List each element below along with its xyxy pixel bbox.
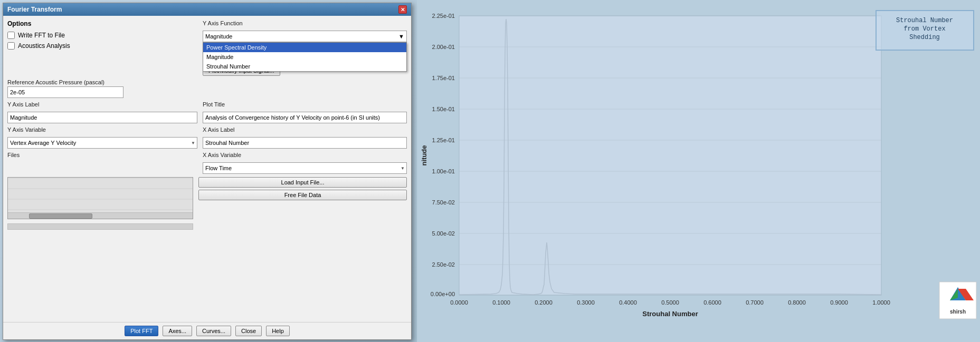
svg-text:1.00e-01: 1.00e-01 [432,168,455,174]
x-axis-label-section: X Axis Label [203,126,407,149]
y-axis-function-dropdown[interactable]: Magnitude ▼ Power Spectral Density Magni… [203,31,407,42]
axes-button[interactable]: Axes... [163,326,192,336]
y-axis-variable-select[interactable]: Vertex Average Y Velocity [7,137,197,149]
svg-text:0.7000: 0.7000 [746,299,764,306]
dialog-body: Options Write FFT to File Acoustics Anal… [3,16,411,322]
chart-svg: 2.25e-01 2.00e-01 1.75e-01 1.50e-01 1.25… [417,0,980,342]
svg-text:0.2000: 0.2000 [535,299,553,306]
svg-text:1.25e-01: 1.25e-01 [432,137,455,143]
acoustics-checkbox[interactable] [7,42,15,50]
free-file-button[interactable]: Free File Data [198,190,407,200]
file-buttons-section: Load Input File... Free File Data [198,177,407,318]
svg-text:0.5000: 0.5000 [661,299,679,306]
y-axis-function-display[interactable]: Magnitude ▼ [203,31,407,42]
files-label-section: Files [7,152,197,174]
scrollbar-thumb[interactable] [29,213,92,219]
svg-text:5.00e-02: 5.00e-02 [432,230,455,237]
write-fft-checkbox[interactable] [7,32,15,39]
options-label: Options [7,20,197,27]
variable-axis-row: Y Axis Variable Vertex Average Y Velocit… [7,126,407,149]
y-axis-option-power-spectral[interactable]: Power Spectral Density [203,43,406,52]
options-section: Options Write FFT to File Acoustics Anal… [7,20,197,76]
svg-text:2.50e-02: 2.50e-02 [432,261,455,268]
svg-text:from Vortex: from Vortex [903,25,945,33]
y-axis-label-label: Y Axis Label [7,101,197,108]
dialog-footer: Plot FFT Axes... Curves... Close Help [3,322,411,339]
svg-text:0.6000: 0.6000 [703,299,721,306]
y-axis-variable-wrapper: Vertex Average Y Velocity [7,137,197,149]
curves-button[interactable]: Curves... [196,326,231,336]
svg-text:0.4000: 0.4000 [619,299,637,306]
labels-row: Y Axis Label Plot Title [7,101,407,123]
x-axis-variable-section: X Axis Variable Flow Time [203,152,407,174]
y-axis-option-strouhal[interactable]: Strouhal Number [203,62,406,71]
svg-text:7.50e-02: 7.50e-02 [432,199,455,206]
svg-text:0.1000: 0.1000 [492,299,510,306]
svg-text:nitude: nitude [420,145,428,166]
y-axis-label-input[interactable] [7,112,197,123]
x-axis-variable-select[interactable]: Flow Time [203,162,407,174]
dialog-title: Fourier Transform [7,6,62,13]
close-window-button[interactable]: ✕ [398,5,407,14]
svg-text:1.50e-01: 1.50e-01 [432,106,455,112]
svg-rect-1 [459,16,881,295]
plot-title-label: Plot Title [203,101,407,108]
x-axis-variable-row: Files X Axis Variable Flow Time [7,152,407,174]
svg-text:shirsh: shirsh [950,309,966,315]
plot-fft-button[interactable]: Plot FFT [125,326,158,336]
dropdown-arrow-icon: ▼ [398,33,404,40]
y-axis-option-magnitude[interactable]: Magnitude [203,52,406,62]
write-fft-row: Write FFT to File [7,32,197,39]
x-axis-label-input[interactable] [203,137,407,149]
y-axis-function-section: Y Axis Function Magnitude ▼ Power Spectr… [203,20,407,76]
y-axis-variable-label: Y Axis Variable [7,126,197,133]
y-axis-function-label: Y Axis Function [203,20,407,26]
svg-text:0.0000: 0.0000 [450,299,468,306]
help-button[interactable]: Help [266,326,290,336]
fourier-transform-dialog: Fourier Transform ✕ Options Write FFT to… [3,3,412,340]
svg-text:Strouhal Number: Strouhal Number [896,17,953,24]
y-axis-label-section: Y Axis Label [7,101,197,123]
acoustics-row: Acoustics Analysis [7,42,197,50]
file-list[interactable] [7,177,193,219]
x-axis-label-label: X Axis Label [203,126,407,133]
reference-pressure-label: Reference Acoustic Pressure (pascal) [7,79,407,85]
dialog-titlebar: Fourier Transform ✕ [3,3,411,16]
close-button[interactable]: Close [235,326,262,336]
reference-pressure-section: Reference Acoustic Pressure (pascal) [7,79,407,98]
plot-title-section: Plot Title [203,101,407,123]
plot-title-input[interactable] [203,112,407,123]
write-fft-label: Write FFT to File [18,32,65,39]
svg-text:Shedding: Shedding [909,34,940,41]
y-axis-function-value: Magnitude [205,33,232,40]
horizontal-scrollbar[interactable] [8,212,193,219]
y-axis-variable-section: Y Axis Variable Vertex Average Y Velocit… [7,126,197,149]
svg-text:2.00e-01: 2.00e-01 [432,44,455,50]
svg-text:2.25e-01: 2.25e-01 [432,13,455,19]
file-list-section [7,177,193,318]
x-axis-variable-label: X Axis Variable [203,152,407,158]
svg-text:0.00e+00: 0.00e+00 [431,291,455,297]
files-area: Load Input File... Free File Data [7,177,407,318]
svg-text:0.9000: 0.9000 [830,299,848,306]
x-axis-variable-wrapper: Flow Time [203,162,407,174]
load-input-button[interactable]: Load Input File... [198,177,407,188]
svg-text:1.75e-01: 1.75e-01 [432,75,455,81]
acoustics-label: Acoustics Analysis [18,42,70,50]
svg-text:0.3000: 0.3000 [577,299,595,306]
svg-text:0.8000: 0.8000 [788,299,806,306]
svg-text:1.0000: 1.0000 [872,299,890,306]
reference-pressure-input[interactable] [7,86,123,98]
files-label: Files [7,152,197,158]
y-axis-function-menu: Power Spectral Density Magnitude Strouha… [203,42,407,72]
svg-text:Strouhal Number: Strouhal Number [642,310,698,318]
bottom-scrollbar[interactable] [7,223,193,230]
